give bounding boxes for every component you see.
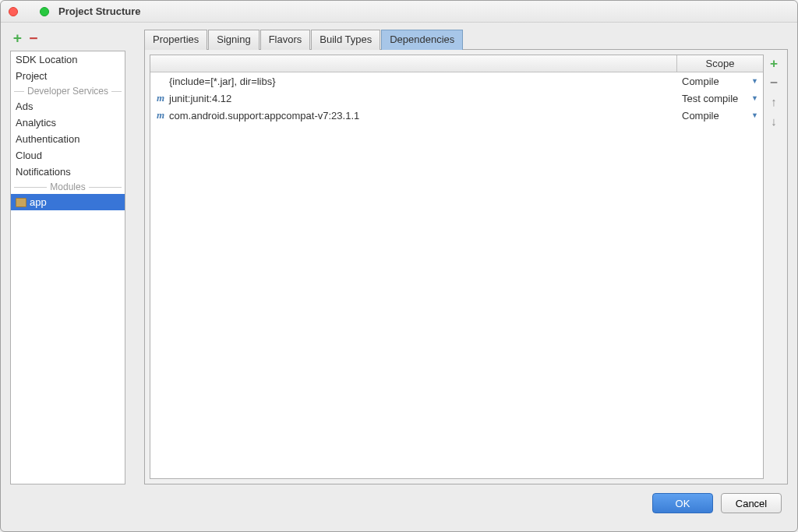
window-controls — [9, 7, 49, 16]
scope-dropdown[interactable]: Compile ▼ — [677, 76, 763, 87]
project-structure-window: Project Structure + − SDK Location Proje… — [0, 0, 798, 532]
module-folder-icon — [16, 198, 26, 207]
ok-button[interactable]: OK — [652, 493, 713, 513]
scope-value: Compile — [682, 76, 719, 87]
sidebar-item-app[interactable]: app — [11, 194, 125, 210]
zoom-window-button[interactable] — [40, 7, 49, 16]
sidebar-item-project[interactable]: Project — [11, 68, 125, 84]
move-down-button[interactable]: ↓ — [771, 115, 777, 128]
header-scope[interactable]: Scope — [677, 55, 763, 72]
window-title: Project Structure — [58, 5, 140, 17]
tab-body: Scope {include=[*.jar], dir=libs} Compil… — [144, 49, 788, 484]
cancel-button[interactable]: Cancel — [721, 493, 782, 513]
dependency-row[interactable]: m com.android.support:appcompat-v7:23.1.… — [150, 107, 763, 124]
dependencies-table: Scope {include=[*.jar], dir=libs} Compil… — [150, 55, 764, 479]
dependency-row[interactable]: {include=[*.jar], dir=libs} Compile ▼ — [150, 72, 763, 90]
remove-module-button[interactable]: − — [30, 31, 38, 45]
tabs: Properties Signing Flavors Build Types D… — [144, 29, 788, 49]
sidebar-item-authentication[interactable]: Authentication — [11, 131, 125, 147]
sidebar-list: SDK Location Project Developer Services … — [10, 51, 125, 484]
sidebar-item-ads[interactable]: Ads — [11, 98, 125, 115]
scope-dropdown[interactable]: Test compile ▼ — [677, 93, 763, 104]
dependency-name: junit:junit:4.12 — [169, 93, 231, 104]
dependencies-rows: {include=[*.jar], dir=libs} Compile ▼ m — [150, 72, 763, 478]
sidebar-item-label: app — [30, 196, 47, 208]
scope-value: Test compile — [682, 93, 738, 104]
scope-value: Compile — [682, 110, 719, 122]
sidebar-divider-modules: Modules — [11, 180, 125, 194]
titlebar: Project Structure — [1, 1, 797, 23]
right-pane: Properties Signing Flavors Build Types D… — [144, 29, 788, 484]
dependencies-header: Scope — [150, 55, 763, 72]
sidebar-item-analytics[interactable]: Analytics — [11, 115, 125, 131]
close-window-button[interactable] — [9, 7, 18, 16]
dialog-footer: OK Cancel — [10, 484, 788, 522]
remove-dependency-button[interactable]: − — [770, 76, 778, 89]
chevron-down-icon: ▼ — [751, 94, 758, 102]
content-area: + − SDK Location Project Developer Servi… — [1, 23, 797, 531]
maven-icon: m — [155, 109, 166, 122]
maven-icon: m — [155, 92, 166, 104]
tab-build-types[interactable]: Build Types — [311, 30, 380, 50]
tab-signing[interactable]: Signing — [208, 30, 259, 50]
add-dependency-button[interactable]: + — [770, 58, 778, 70]
sidebar-toolbar: + − — [10, 29, 125, 48]
add-module-button[interactable]: + — [13, 31, 22, 45]
dependency-name: {include=[*.jar], dir=libs} — [169, 76, 276, 87]
dependency-row[interactable]: m junit:junit:4.12 Test compile ▼ — [150, 90, 763, 107]
sidebar-item-sdk-location[interactable]: SDK Location — [11, 51, 125, 68]
header-dependency[interactable] — [150, 55, 677, 72]
dependency-tools: + − ↑ ↓ — [765, 55, 782, 479]
sidebar-divider-developer-services: Developer Services — [11, 84, 125, 98]
scope-dropdown[interactable]: Compile ▼ — [677, 110, 763, 122]
tab-properties[interactable]: Properties — [144, 30, 207, 50]
dependency-name: com.android.support:appcompat-v7:23.1.1 — [169, 110, 359, 122]
chevron-down-icon: ▼ — [751, 111, 758, 119]
chevron-down-icon: ▼ — [751, 77, 758, 85]
tab-dependencies[interactable]: Dependencies — [381, 30, 463, 50]
sidebar-resize-handle[interactable] — [133, 29, 136, 484]
main-row: + − SDK Location Project Developer Servi… — [10, 29, 788, 484]
sidebar: + − SDK Location Project Developer Servi… — [10, 29, 125, 484]
sidebar-item-cloud[interactable]: Cloud — [11, 147, 125, 164]
tab-flavors[interactable]: Flavors — [260, 30, 311, 50]
sidebar-item-notifications[interactable]: Notifications — [11, 164, 125, 180]
move-up-button[interactable]: ↑ — [771, 95, 777, 108]
